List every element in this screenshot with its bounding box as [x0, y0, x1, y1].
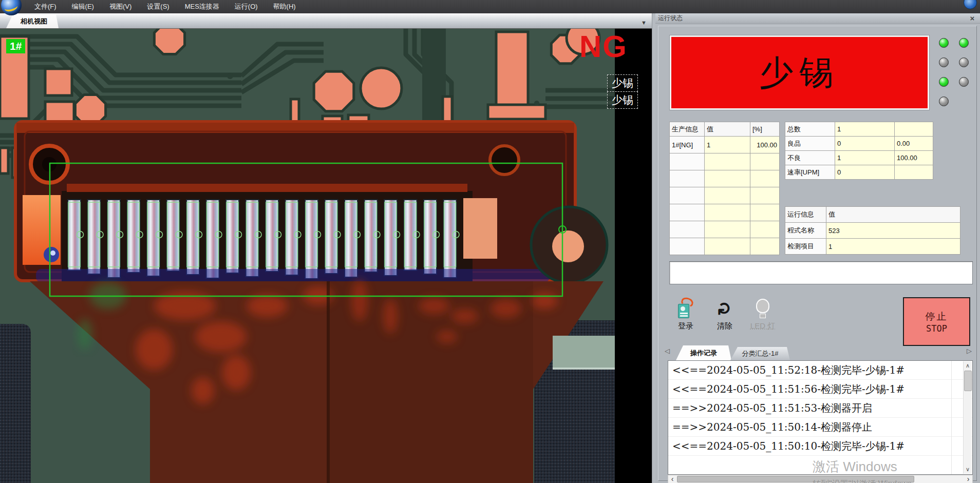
tab-category-summary[interactable]: 分类汇总-1# [730, 347, 790, 360]
status-led [959, 57, 969, 67]
login-label: 登录 [678, 321, 693, 331]
cell [895, 165, 933, 180]
camera-panel: 相机视图 ▼ [0, 13, 652, 483]
cell [895, 122, 933, 137]
chevron-down-icon[interactable]: ▼ [641, 20, 647, 26]
menu-run[interactable]: 运行(O) [227, 0, 266, 13]
stop-button[interactable]: 停止 STOP [903, 297, 970, 346]
status-led-grid [939, 38, 969, 106]
table-row: 不良 1 100.00 [785, 151, 933, 165]
scroll-right-icon[interactable]: › [964, 475, 972, 483]
panel-title: 运行状态 [658, 14, 683, 23]
menu-file[interactable]: 文件(F) [27, 0, 64, 13]
cell: 0.00 [895, 137, 933, 151]
led-light-button[interactable]: LED 灯 [746, 299, 780, 340]
production-table: 生产信息 值 [%] 1#[NG] 1 100.00 [669, 122, 780, 255]
menu-mes-connector[interactable]: MES连接器 [177, 0, 227, 13]
camera-image-area: 1# NG 少锡 少锡 [0, 29, 652, 483]
tab-camera-view[interactable]: 相机视图 [6, 14, 59, 28]
cell: 0 [835, 165, 895, 180]
col-header: 值 [705, 122, 750, 137]
run-status-panel: 运行状态 × 少锡 生产信息 值 [%] 1#[NG] 1 [655, 13, 980, 483]
vertical-scrollbar[interactable]: ∧ ∨ [963, 361, 972, 474]
table-header-row: 生产信息 值 [%] [670, 122, 780, 137]
cell: 检测项目 [785, 239, 826, 255]
title-bar: 文件(F) 编辑(E) 视图(V) 设置(S) MES连接器 运行(O) 帮助(… [0, 0, 980, 13]
cell: 100.00 [750, 137, 780, 153]
defect-banner-text: 少锡 [760, 50, 840, 96]
tab-prev-icon[interactable]: ◁ [665, 347, 670, 355]
clear-label: 清除 [717, 321, 732, 331]
table-row [670, 170, 780, 187]
info-icon[interactable] [964, 0, 977, 9]
app-logo-icon [1, 0, 22, 15]
cell: 程式名称 [785, 223, 826, 239]
login-button[interactable]: 登录 [669, 299, 703, 340]
table-row [670, 204, 780, 221]
table-row: 1#[NG] 1 100.00 [670, 137, 780, 153]
status-led [939, 57, 949, 67]
status-led [939, 77, 949, 87]
stop-label-en: STOP [926, 323, 947, 334]
cell: 1#[NG] [670, 137, 705, 153]
table-row [670, 153, 780, 170]
inspection-result: NG [579, 29, 628, 64]
menu-settings[interactable]: 设置(S) [139, 0, 177, 13]
run-info-table: 运行信息 值 程式名称 523 检测项目 1 [785, 206, 960, 255]
table-row: 检测项目 1 [785, 239, 960, 255]
log-entry[interactable]: <<==2024-05-05_11:50:10-检测完毕-少锡-1# [668, 437, 972, 456]
menu-help[interactable]: 帮助(H) [266, 0, 304, 13]
badge-icon [677, 299, 694, 318]
log-entry[interactable]: ==>>2024-05-05_11:51:53-检测器开启 [668, 399, 972, 418]
table-row [670, 221, 780, 238]
log-entry[interactable]: <<==2024-05-05_11:51:56-检测完毕-少锡-1# [668, 380, 972, 399]
log-tab-strip: ◁ 操作记录 分类汇总-1# ▷ [665, 343, 973, 360]
scrollbar-thumb[interactable] [677, 476, 914, 482]
table-row: 程式名称 523 [785, 223, 960, 239]
table-row: 总数 1 [785, 122, 933, 137]
cell: 良品 [785, 137, 835, 151]
table-row [670, 238, 780, 255]
defect-banner: 少锡 [669, 35, 930, 110]
col-header: 值 [826, 207, 960, 223]
refresh-icon: ↻ [715, 299, 734, 318]
tab-operation-log[interactable]: 操作记录 [676, 345, 731, 360]
clear-button[interactable]: ↻ 清除 [708, 299, 742, 340]
panel-splitter[interactable] [652, 13, 655, 483]
table-header-row: 运行信息 值 [785, 207, 960, 223]
cell: 523 [826, 223, 960, 239]
cell: 1 [705, 137, 750, 153]
table-row: 良品 0 0.00 [785, 137, 933, 151]
menu-edit[interactable]: 编辑(E) [64, 0, 102, 13]
status-led [959, 38, 969, 48]
panel-title-bar: 运行状态 × [655, 13, 980, 24]
scroll-down-icon[interactable]: ∨ [964, 465, 972, 474]
status-led [939, 38, 949, 48]
stop-label-cn: 停止 [926, 310, 948, 323]
bulb-icon [756, 299, 769, 318]
log-entry[interactable]: <<==2024-05-05_11:52:18-检测完毕-少锡-1# [668, 361, 972, 380]
scroll-up-icon[interactable]: ∧ [964, 361, 972, 370]
scroll-left-icon[interactable]: ‹ [668, 475, 676, 483]
log-column-divider [951, 361, 952, 474]
table-row: 速率[UPM] 0 [785, 165, 933, 180]
cell: 1 [835, 151, 895, 165]
defect-label-stack: 少锡 少锡 [607, 75, 638, 109]
led-label: LED 灯 [750, 321, 775, 331]
scrollbar-thumb[interactable] [964, 371, 972, 391]
message-input[interactable] [669, 261, 973, 284]
close-icon[interactable]: × [967, 14, 977, 23]
defect-label: 少锡 [607, 74, 638, 92]
col-header: 生产信息 [670, 122, 705, 137]
camera-tab-strip: 相机视图 ▼ [0, 13, 652, 29]
menu-view[interactable]: 视图(V) [102, 0, 139, 13]
cell: 1 [835, 122, 895, 137]
cell: 1 [826, 239, 960, 255]
status-led [939, 96, 949, 106]
defect-label: 少锡 [607, 91, 638, 109]
table-row [670, 187, 780, 204]
log-entry[interactable]: ==>>2024-05-05_11:50:14-检测器停止 [668, 418, 972, 437]
tab-next-icon[interactable]: ▷ [967, 347, 972, 355]
horizontal-scrollbar[interactable]: ‹ › [668, 475, 973, 483]
cell: 速率[UPM] [785, 165, 835, 180]
